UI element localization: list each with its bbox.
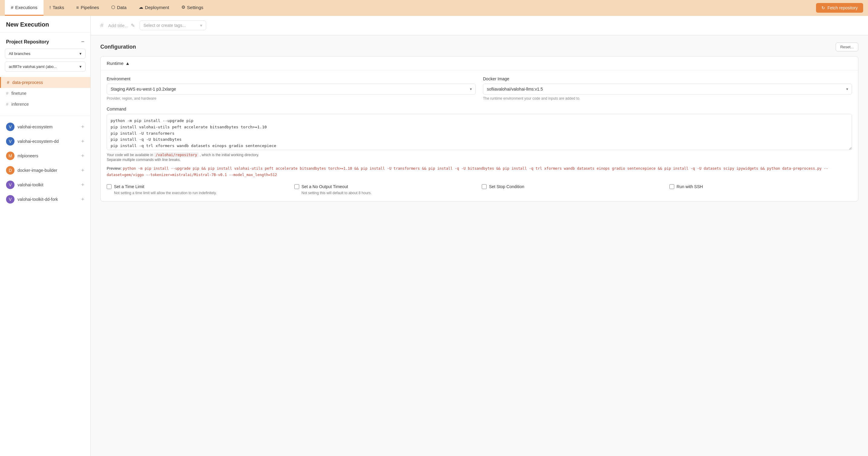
org-item-valohai-toolkit-dd-fork[interactable]: V valohai-toolkit-dd-fork + — [0, 192, 90, 206]
option-ssh-header: Run with SSH — [670, 184, 852, 189]
deployment-cloud-icon: ☁ — [139, 4, 143, 10]
command-label: Command — [107, 107, 852, 111]
runtime-collapse-icon: ▲ — [125, 61, 130, 66]
tab-deployment[interactable]: ☁ Deployment — [133, 0, 175, 16]
time-limit-label[interactable]: Set a Time Limit — [114, 184, 144, 189]
environment-value: Staging AWS eu-west-1 p3.2xlarge — [111, 87, 176, 92]
step-item-finetune[interactable]: # finetune — [0, 88, 90, 99]
sidebar-minimize-icon[interactable]: − — [81, 39, 84, 45]
run-with-ssh-checkbox[interactable] — [670, 184, 674, 189]
tab-tasks[interactable]: ! Tasks — [43, 0, 70, 16]
option-stop-condition: Set Stop Condition — [482, 184, 664, 195]
step-hash-icon-2: # — [6, 91, 8, 96]
org-item-docker-image-builder[interactable]: D docker-image-builder + — [0, 163, 90, 177]
no-output-timeout-label[interactable]: Set a No Output Timeout — [302, 184, 348, 189]
stop-condition-checkbox[interactable] — [482, 184, 487, 189]
environment-hint: Provider, region, and hardware — [107, 96, 476, 101]
org-name-docker-image-builder: docker-image-builder — [18, 168, 78, 173]
org-icon-valohai-ecosystem-dd: V — [6, 137, 14, 145]
main-layout: New Execution Project Repository − All b… — [0, 16, 868, 456]
code-path-value: /valohai/repository — [154, 153, 198, 157]
org-icon-valohai-ecosystem: V — [6, 123, 14, 131]
option-stop-header: Set Stop Condition — [482, 184, 664, 189]
org-name-valohai-toolkit: valohai-toolkit — [18, 183, 78, 187]
stop-condition-label[interactable]: Set Stop Condition — [489, 184, 524, 189]
config-header: Configuration Reset... — [100, 42, 858, 51]
branch-selector[interactable]: All branches ▾ — [5, 48, 86, 59]
tab-executions[interactable]: # Executions — [5, 0, 43, 16]
command-input[interactable]: python -m pip install --upgrade pip pip … — [107, 114, 852, 150]
fetch-refresh-icon: ↻ — [822, 5, 825, 10]
tab-data-label: Data — [117, 5, 127, 10]
content-area: # Add title... ✎ Select or create tags..… — [91, 16, 868, 456]
title-hash-icon: # — [100, 22, 103, 29]
option-time-limit: Set a Time Limit Not setting a time limi… — [107, 184, 289, 195]
sidebar-project-repository-header: Project Repository − — [0, 33, 90, 48]
step-label-inference: inference — [11, 102, 29, 107]
docker-label: Docker Image — [483, 76, 852, 81]
fetch-repository-label: Fetch repository — [828, 5, 858, 10]
runtime-header[interactable]: Runtime ▲ — [101, 57, 858, 70]
org-item-valohai-ecosystem-dd[interactable]: V valohai-ecosystem-dd + — [0, 134, 90, 149]
org-add-icon-3[interactable]: + — [81, 153, 84, 159]
code-path-hint: Your code will be available in /valohai/… — [107, 153, 852, 157]
commit-selector[interactable]: acf8f7e valohai.yaml (abo... ▾ — [5, 62, 86, 72]
execution-options-row: Set a Time Limit Not setting a time limi… — [107, 184, 852, 195]
org-name-valohai-ecosystem-dd: valohai-ecosystem-dd — [18, 139, 78, 144]
reset-button[interactable]: Reset... — [836, 42, 858, 51]
time-limit-checkbox[interactable] — [107, 184, 112, 189]
edit-icon: ✎ — [131, 23, 135, 28]
tab-data[interactable]: ⬡ Data — [105, 0, 133, 16]
org-item-valohai-ecosystem[interactable]: V valohai-ecosystem + — [0, 120, 90, 134]
orgs-section: V valohai-ecosystem + V valohai-ecosyste… — [0, 120, 90, 206]
docker-selector[interactable]: sofiiavalohai/valohai-llms:v1.5 ▾ — [483, 84, 852, 95]
environment-chevron-icon: ▾ — [470, 87, 472, 91]
tab-pipelines-label: Pipelines — [81, 5, 99, 10]
page-title: New Execution — [6, 21, 49, 28]
pipelines-icon: ≡ — [76, 5, 79, 10]
step-item-inference[interactable]: # inference — [0, 99, 90, 109]
environment-label: Environment — [107, 76, 476, 81]
step-hash-icon-3: # — [6, 102, 8, 107]
sidebar-title: Project Repository — [6, 39, 49, 45]
tags-selector[interactable]: Select or create tags... ▾ — [140, 21, 206, 30]
org-name-valohai-toolkit-dd-fork: valohai-toolkit-dd-fork — [18, 197, 78, 202]
org-add-icon-2[interactable]: + — [81, 138, 84, 145]
org-add-icon[interactable]: + — [81, 124, 84, 130]
environment-selector[interactable]: Staging AWS eu-west-1 p3.2xlarge ▾ — [107, 84, 476, 95]
env-docker-row: Environment Staging AWS eu-west-1 p3.2xl… — [107, 76, 852, 101]
steps-section: # data-preprocess # finetune # inference — [0, 74, 90, 112]
tasks-exclaim-icon: ! — [50, 5, 51, 10]
org-name-mlpioneers: mlpioneers — [18, 154, 78, 158]
tab-settings-label: Settings — [187, 5, 204, 10]
sidebar: New Execution Project Repository − All b… — [0, 16, 91, 456]
multi-cmd-hint: Separate multiple commands with line bre… — [107, 158, 852, 162]
org-add-icon-4[interactable]: + — [81, 167, 84, 174]
data-icon: ⬡ — [111, 4, 115, 10]
step-label-finetune: finetune — [11, 91, 27, 96]
option-no-output-timeout: Set a No Output Timeout Not setting this… — [294, 184, 477, 195]
docker-chevron-icon: ▾ — [846, 87, 848, 91]
environment-field: Environment Staging AWS eu-west-1 p3.2xl… — [107, 76, 476, 101]
docker-hint: The runtime environment your code and in… — [483, 96, 852, 101]
tab-pipelines[interactable]: ≡ Pipelines — [70, 0, 105, 16]
run-with-ssh-label[interactable]: Run with SSH — [677, 184, 703, 189]
org-item-valohai-toolkit[interactable]: V valohai-toolkit + — [0, 177, 90, 192]
no-output-timeout-checkbox[interactable] — [294, 184, 299, 189]
org-icon-docker-image-builder: D — [6, 166, 14, 174]
time-limit-desc: Not setting a time limit will allow the … — [107, 191, 289, 195]
add-title-button[interactable]: Add title... ✎ — [108, 23, 135, 28]
runtime-label: Runtime — [107, 61, 124, 66]
config-title: Configuration — [100, 44, 136, 50]
sidebar-divider — [0, 116, 90, 116]
org-item-mlpioneers[interactable]: M mlpioneers + — [0, 149, 90, 163]
code-hint-prefix: Your code will be available in — [107, 153, 154, 157]
option-run-with-ssh: Run with SSH — [670, 184, 852, 195]
org-add-icon-6[interactable]: + — [81, 196, 84, 203]
step-item-data-preprocess[interactable]: # data-preprocess — [0, 77, 90, 88]
tab-settings[interactable]: ⚙ Settings — [175, 0, 210, 16]
org-name-valohai-ecosystem: valohai-ecosystem — [18, 124, 78, 129]
org-add-icon-5[interactable]: + — [81, 182, 84, 188]
fetch-repository-button[interactable]: ↻ Fetch repository — [816, 3, 863, 13]
step-hash-icon: # — [7, 80, 9, 85]
